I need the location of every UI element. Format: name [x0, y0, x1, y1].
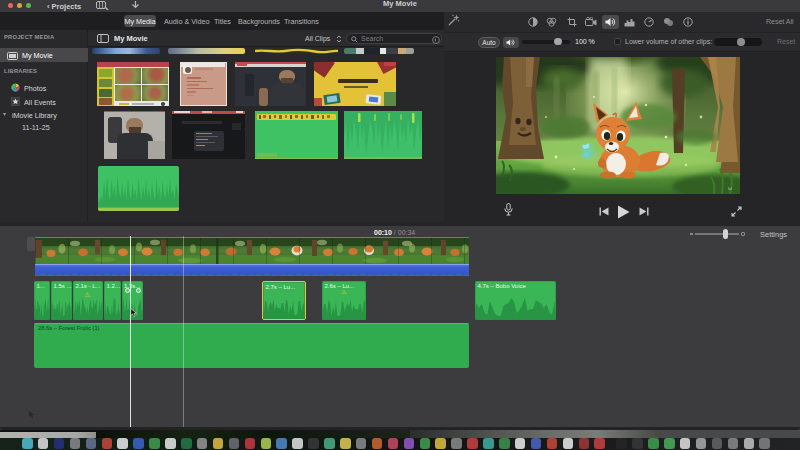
svg-text:fal: fal — [728, 186, 732, 191]
